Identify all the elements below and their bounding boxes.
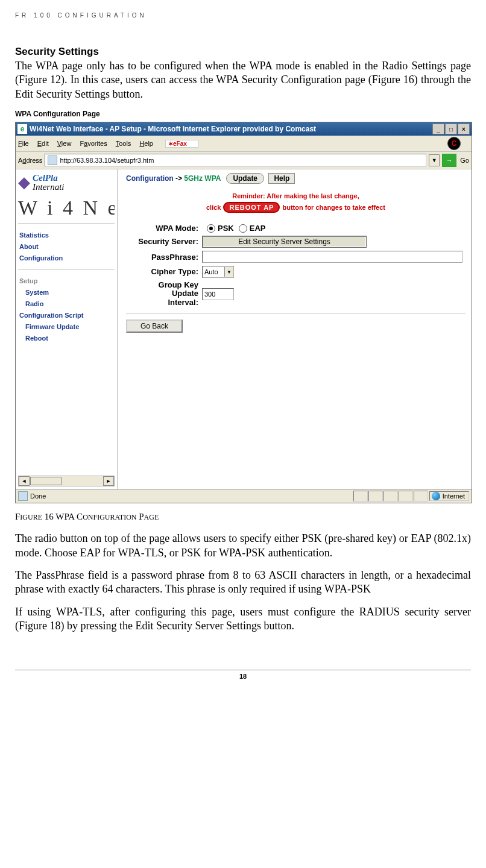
go-button[interactable]: → (442, 154, 456, 167)
zone-indicator: Internet (429, 491, 469, 501)
status-pane (399, 491, 413, 502)
crumb-configuration[interactable]: Configuration (126, 174, 174, 183)
wi4net-logo: W i 4 N e (18, 197, 115, 219)
nav-configuration[interactable]: Configuration (19, 254, 113, 262)
chevron-down-icon: ▼ (224, 267, 233, 277)
radio-psk-label: PSK (218, 224, 234, 233)
page-icon (48, 156, 57, 165)
paragraph-4: If using WPA-TLS, after configuring this… (15, 605, 471, 634)
divider (126, 313, 465, 313)
status-bar: Done Internet (16, 489, 472, 503)
menu-favorites[interactable]: Favorites (80, 140, 107, 147)
efax-button[interactable]: ✶eFax (165, 140, 198, 148)
logo-cube-icon: ◆ (18, 173, 30, 192)
cipher-type-select[interactable]: Auto ▼ (202, 266, 234, 278)
sub-heading: WPA Configuration Page (15, 110, 471, 118)
paragraph-1: The WPA page only has to be configured w… (15, 59, 471, 101)
group-key-label: Group Key Update Interval: (126, 281, 202, 307)
zone-text: Internet (443, 492, 465, 500)
scroll-right-icon[interactable]: ► (103, 476, 114, 486)
window-title: Wi4Net Web Interface - AP Setup - Micros… (30, 125, 432, 133)
menu-tools[interactable]: Tools (116, 140, 131, 147)
nav-setup-header: Setup (19, 277, 113, 285)
help-button[interactable]: Help (268, 173, 295, 184)
reminder-line1: Reminder: After making the last change, (126, 192, 465, 200)
menu-edit[interactable]: Edit (37, 140, 49, 147)
update-button[interactable]: Update (226, 173, 264, 184)
nav-config-script[interactable]: Configuration Script (19, 312, 113, 319)
status-text: Done (30, 492, 46, 500)
go-label: Go (459, 157, 469, 164)
menu-file[interactable]: FFileile (18, 140, 29, 147)
security-server-label: Security Server: (126, 237, 202, 246)
nav-system[interactable]: System (25, 289, 113, 296)
status-pane (383, 491, 398, 502)
paragraph-3: The PassPhrase field is a password phras… (15, 568, 471, 597)
reboot-ap-button[interactable]: REBOOT AP (223, 202, 280, 213)
paragraph-2: The radio button on top of the page allo… (15, 532, 471, 560)
address-dropdown[interactable]: ▼ (429, 154, 440, 166)
close-button[interactable]: × (458, 124, 470, 134)
breadcrumb: Configuration -> 5GHz WPA Update Help (126, 173, 465, 184)
running-header: FR 100 CONFIGURATION (15, 12, 471, 19)
address-label: Address (18, 157, 42, 164)
nav-statistics[interactable]: Statistics (19, 231, 113, 239)
titlebar: e Wi4Net Web Interface - AP Setup - Micr… (16, 122, 472, 136)
reminder-line2: click REBOOT AP button for changes to ta… (126, 202, 465, 213)
radio-eap[interactable] (239, 224, 247, 233)
globe-icon (432, 492, 440, 500)
url-text: http://63.98.33.104/setupfr3.htm (60, 157, 154, 164)
cipher-type-label: Cipher Type: (126, 268, 202, 276)
edit-security-server-button[interactable]: Edit Security Server Settings (202, 236, 367, 248)
page-number: 18 (15, 670, 471, 680)
passphrase-input[interactable] (202, 251, 462, 263)
figure-caption: FIGURE 16 WPA CONFIGURATION PAGE (15, 512, 471, 522)
sidebar: ◆ CelPlaInternati W i 4 N e Statistics A… (16, 169, 118, 489)
nav-firmware-update[interactable]: Firmware Update (25, 323, 113, 330)
radio-psk[interactable] (207, 224, 215, 233)
nav-radio[interactable]: Radio (25, 300, 113, 307)
nav-about[interactable]: About (19, 243, 113, 250)
group-key-interval-input[interactable]: 300 (202, 288, 234, 300)
address-input[interactable]: http://63.98.33.104/setupfr3.htm (45, 154, 426, 167)
ie-icon: e (17, 124, 27, 134)
crumb-current: 5GHz WPA (184, 174, 221, 183)
radio-eap-label: EAP (250, 224, 266, 233)
menu-help[interactable]: Help (139, 140, 153, 147)
menubar: FFileile Edit View Favorites Tools Help … (16, 136, 472, 152)
page-icon (18, 491, 28, 501)
maximize-button[interactable]: □ (445, 124, 457, 134)
wpa-mode-label: WPA Mode: (126, 224, 202, 233)
scroll-left-icon[interactable]: ◄ (19, 476, 30, 486)
scroll-thumb[interactable] (30, 477, 62, 485)
sidebar-scrollbar[interactable]: ◄ ► (18, 476, 115, 486)
status-pane (368, 491, 383, 502)
status-pane (414, 491, 428, 502)
go-back-button[interactable]: Go Back (126, 319, 183, 333)
passphrase-label: PassPhrase: (126, 253, 202, 262)
section-title: Security Settings (15, 46, 471, 58)
main-pane: Configuration -> 5GHz WPA Update Help Re… (118, 169, 472, 489)
status-pane (353, 491, 368, 502)
browser-window: e Wi4Net Web Interface - AP Setup - Micr… (15, 122, 472, 503)
minimize-button[interactable]: _ (432, 124, 444, 134)
menu-view[interactable]: View (57, 140, 72, 147)
logo-text: CelPlaInternati (33, 174, 65, 192)
brand-circle-icon[interactable]: C (447, 137, 461, 150)
address-bar: Address http://63.98.33.104/setupfr3.htm… (16, 152, 472, 169)
nav-reboot[interactable]: Reboot (25, 335, 113, 342)
